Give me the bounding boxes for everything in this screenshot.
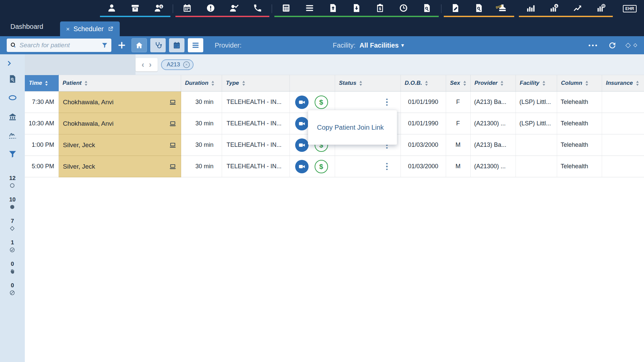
trend-report-icon[interactable] xyxy=(566,0,589,16)
home-view-button[interactable] xyxy=(131,38,147,52)
patient-cell[interactable]: Chokhawala, Anvi xyxy=(58,113,181,134)
counter-value: 0 xyxy=(9,282,15,289)
sign-documents-button[interactable] xyxy=(8,131,17,140)
refresh-button[interactable] xyxy=(608,41,617,50)
filter-bar-band xyxy=(25,54,136,75)
column-header-patient[interactable]: Patient xyxy=(58,75,181,92)
column-header-facility[interactable]: Facility xyxy=(516,75,557,92)
claims-upload-icon[interactable] xyxy=(321,0,345,16)
column-header-dob[interactable]: D.O.B. xyxy=(400,75,446,92)
status-counters: 12 10 7 1 0 0 xyxy=(9,175,16,304)
filter-appointments-button[interactable] xyxy=(8,149,17,159)
appointment-duration: 30 min xyxy=(181,92,222,113)
ehr-button[interactable]: EHR xyxy=(623,5,637,12)
remittance-download-icon[interactable] xyxy=(345,0,368,16)
external-link-icon[interactable] xyxy=(107,26,114,32)
payment-button[interactable]: $ xyxy=(315,160,328,173)
patient-dob: 01/01/1990 xyxy=(400,92,446,113)
column-header-type[interactable]: Type xyxy=(222,75,289,92)
nav-forward-button[interactable]: › xyxy=(149,61,152,69)
tab-scheduler-label: Scheduler xyxy=(73,25,104,33)
video-call-button[interactable] xyxy=(295,117,309,130)
add-appointment-button[interactable] xyxy=(116,40,127,51)
close-tab-icon[interactable]: × xyxy=(66,26,70,32)
column-header-duration[interactable]: Duration xyxy=(181,75,222,92)
document-edit-icon[interactable] xyxy=(444,0,467,16)
claim-search-icon[interactable] xyxy=(415,0,439,16)
sort-icon xyxy=(425,81,428,86)
column-header-sex[interactable]: Sex xyxy=(446,75,470,92)
patient-checkin-icon[interactable] xyxy=(222,0,246,16)
counter-value: 0 xyxy=(9,261,15,267)
video-call-button[interactable] xyxy=(295,138,309,152)
status-counter[interactable]: 12 xyxy=(9,175,16,188)
search-filter-icon[interactable] xyxy=(101,42,108,49)
search-input[interactable] xyxy=(19,42,99,49)
facility-panel-button[interactable] xyxy=(8,112,17,121)
phone-calls-icon[interactable] xyxy=(246,0,269,16)
status-counter[interactable]: 0 xyxy=(9,261,15,274)
patient-cell[interactable]: Silver, Jeck xyxy=(58,156,181,177)
transaction-list-icon[interactable] xyxy=(298,0,321,16)
column-header-time[interactable]: Time xyxy=(25,75,58,92)
timely-filing-icon[interactable] xyxy=(392,0,415,16)
status-counter[interactable]: 7 xyxy=(9,218,15,231)
statements-icon[interactable] xyxy=(368,0,392,16)
layout-options-button[interactable] xyxy=(626,44,637,47)
expand-panel-button[interactable] xyxy=(5,60,13,67)
toolbar-group-billing xyxy=(274,0,439,17)
alerts-icon[interactable] xyxy=(199,0,222,16)
status-counter[interactable]: 1 xyxy=(9,239,15,253)
hand-icon xyxy=(9,268,15,274)
menu-item-copy-patient-join-link[interactable]: Copy Patient Join Link xyxy=(308,124,397,131)
telehealth-laptop-icon xyxy=(169,99,176,106)
patient-name: Silver, Jeck xyxy=(63,141,95,149)
patient-search xyxy=(7,39,111,52)
appointment-search-button[interactable] xyxy=(8,74,17,83)
bed-tracker-button[interactable] xyxy=(8,93,17,102)
circle-filled-icon xyxy=(9,204,15,210)
context-menu: Copy Patient Join Link xyxy=(308,110,397,145)
nav-back-button[interactable]: ‹ xyxy=(142,61,144,69)
reports-chart-icon[interactable] xyxy=(519,0,542,16)
tab-scheduler[interactable]: × Scheduler xyxy=(60,21,120,36)
column-header-insurance[interactable]: Insurance xyxy=(602,75,644,92)
patients-icon[interactable] xyxy=(100,0,123,16)
document-review-icon[interactable] xyxy=(467,0,491,16)
analytics-report-icon[interactable] xyxy=(589,0,613,16)
more-options-button[interactable] xyxy=(587,43,599,48)
tab-dashboard[interactable]: Dashboard xyxy=(10,17,47,36)
patient-cell[interactable]: Chokhawala, Anvi xyxy=(58,92,181,113)
status-counter[interactable]: 0 xyxy=(9,282,15,296)
revenue-report-icon[interactable] xyxy=(542,0,566,16)
patient-dob: 01/03/2000 xyxy=(400,134,446,156)
column-header-status[interactable]: Status xyxy=(335,75,400,92)
facility-dropdown[interactable]: All Facilities ▾ xyxy=(360,42,404,49)
video-call-button[interactable] xyxy=(295,160,309,173)
video-call-button[interactable] xyxy=(295,96,309,109)
column-header-column[interactable]: Column xyxy=(557,75,602,92)
status-counter[interactable]: 10 xyxy=(9,196,16,210)
patient-sex: F xyxy=(446,113,470,134)
scheduler-calendar-icon[interactable] xyxy=(175,0,199,16)
status-cell xyxy=(335,92,400,113)
patient-name: Chokhawala, Anvi xyxy=(63,99,114,106)
remove-chip-button[interactable]: × xyxy=(183,61,190,68)
calendar-view-button[interactable] xyxy=(169,38,184,52)
charge-entry-icon[interactable] xyxy=(274,0,298,16)
due-stamp-icon[interactable]: DUE xyxy=(491,0,514,16)
patient-archive-icon[interactable] xyxy=(123,0,147,16)
appointment-row: 5:00 PM Silver, Jeck 30 min TELEHEALTH -… xyxy=(25,156,644,177)
provider-view-button[interactable] xyxy=(150,38,166,52)
row-menu-button[interactable] xyxy=(385,162,389,172)
facility-dropdown-value: All Facilities xyxy=(360,42,399,49)
row-menu-button[interactable] xyxy=(385,97,389,107)
tab-bar: Dashboard × Scheduler xyxy=(0,17,644,36)
diamond-icon xyxy=(9,226,15,231)
patient-billing-icon[interactable] xyxy=(147,0,170,16)
list-view-button[interactable] xyxy=(188,38,203,52)
column-header-provider[interactable]: Provider xyxy=(470,75,516,92)
payment-button[interactable]: $ xyxy=(315,96,328,109)
patient-cell[interactable]: Silver, Jeck xyxy=(58,134,181,156)
date-nav: ‹ › xyxy=(136,58,158,71)
